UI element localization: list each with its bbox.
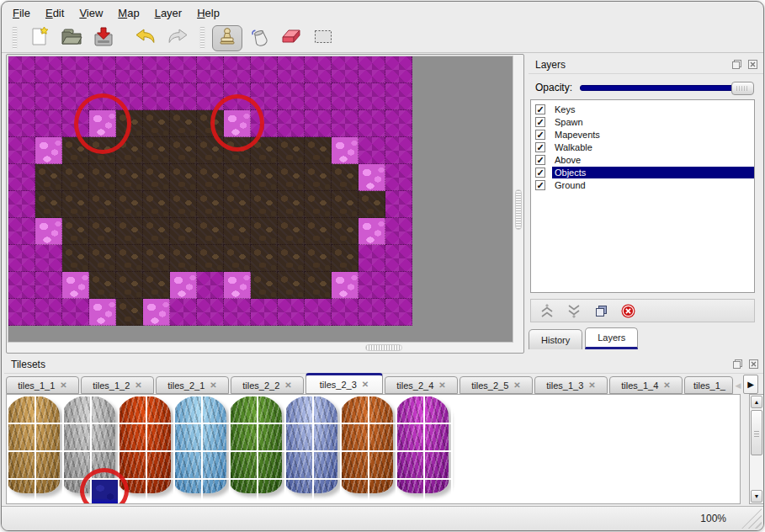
tileset-tile[interactable] bbox=[397, 480, 423, 504]
map-tile[interactable] bbox=[170, 299, 197, 326]
close-tab-icon[interactable]: ✕ bbox=[588, 380, 595, 390]
map-tile[interactable] bbox=[197, 218, 224, 245]
map-tile[interactable] bbox=[35, 218, 62, 245]
map-tile[interactable] bbox=[35, 191, 62, 218]
map-tile[interactable] bbox=[224, 191, 251, 218]
menu-file[interactable]: File bbox=[13, 7, 30, 19]
layer-row-spawn[interactable]: ✓Spawn bbox=[531, 115, 754, 128]
map-tile[interactable] bbox=[35, 299, 62, 326]
tileset-tile[interactable] bbox=[147, 452, 173, 478]
tileset-vertical-scrollbar[interactable]: ▲ ▼ bbox=[749, 394, 764, 504]
map-tile[interactable] bbox=[116, 164, 143, 191]
map-tile[interactable] bbox=[385, 299, 412, 326]
map-tile[interactable] bbox=[143, 245, 170, 272]
map-tile[interactable] bbox=[143, 110, 170, 137]
map-tile[interactable] bbox=[385, 164, 412, 191]
tileset-tab-tiles_2_5[interactable]: tiles_2_5✕ bbox=[460, 376, 533, 394]
map-tile[interactable] bbox=[278, 218, 305, 245]
map-tile[interactable] bbox=[197, 56, 224, 83]
map-tile[interactable] bbox=[35, 245, 62, 272]
tileset-tile[interactable] bbox=[120, 424, 146, 450]
map-tile[interactable] bbox=[332, 164, 359, 191]
map-tile[interactable] bbox=[224, 218, 251, 245]
map-tile[interactable] bbox=[251, 56, 278, 83]
tab-layers[interactable]: Layers bbox=[585, 327, 638, 349]
map-tile[interactable] bbox=[385, 245, 412, 272]
scroll-up-arrow-icon[interactable]: ▲ bbox=[751, 396, 762, 408]
map-canvas[interactable] bbox=[8, 56, 412, 326]
map-tile[interactable] bbox=[8, 110, 35, 137]
map-tile[interactable] bbox=[143, 83, 170, 110]
map-tile[interactable] bbox=[359, 164, 385, 191]
map-tile[interactable] bbox=[197, 245, 224, 272]
tileset-tile[interactable] bbox=[425, 424, 451, 450]
map-tile[interactable] bbox=[224, 245, 251, 272]
tileset-tile[interactable] bbox=[258, 424, 284, 450]
map-tile[interactable] bbox=[89, 299, 116, 326]
layer-visibility-checkbox[interactable]: ✓ bbox=[535, 155, 545, 165]
menu-edit[interactable]: Edit bbox=[45, 7, 64, 19]
map-tile[interactable] bbox=[143, 218, 170, 245]
map-tile[interactable] bbox=[332, 299, 359, 326]
tileset-tile[interactable] bbox=[203, 396, 229, 423]
tileset-tile[interactable] bbox=[36, 452, 62, 478]
tileset-tile[interactable] bbox=[231, 396, 257, 423]
tileset-tile[interactable] bbox=[425, 480, 451, 504]
layer-row-walkable[interactable]: ✓Walkable bbox=[531, 141, 754, 153]
close-tab-icon[interactable]: ✕ bbox=[60, 380, 66, 390]
map-tile[interactable] bbox=[62, 218, 89, 245]
map-tile[interactable] bbox=[332, 245, 359, 272]
tileset-tile[interactable] bbox=[231, 452, 257, 478]
layer-visibility-checkbox[interactable]: ✓ bbox=[535, 130, 545, 140]
tileset-tab-tiles_1_2[interactable]: tiles_1_2✕ bbox=[81, 376, 154, 394]
map-tile[interactable] bbox=[89, 272, 116, 299]
map-tile[interactable] bbox=[197, 191, 224, 218]
map-horizontal-scrollbar[interactable] bbox=[8, 343, 513, 352]
tileset-tile[interactable] bbox=[286, 424, 312, 450]
tileset-tab-tiles_1_3[interactable]: tiles_1_3✕ bbox=[534, 376, 608, 394]
tab-history[interactable]: History bbox=[529, 329, 582, 349]
close-tab-icon[interactable]: ✕ bbox=[210, 380, 216, 390]
tileset-tab-tiles_2_1[interactable]: tiles_2_1✕ bbox=[156, 376, 229, 394]
map-tile[interactable] bbox=[35, 83, 62, 110]
map-tile[interactable] bbox=[385, 218, 412, 245]
map-tile[interactable] bbox=[8, 164, 35, 191]
map-tile[interactable] bbox=[62, 272, 89, 299]
opacity-slider[interactable] bbox=[580, 85, 754, 91]
duplicate-layer-button[interactable] bbox=[592, 302, 609, 319]
map-horizontal-scroll-thumb[interactable] bbox=[365, 344, 402, 351]
map-tile[interactable] bbox=[170, 245, 197, 272]
map-tile[interactable] bbox=[8, 218, 35, 245]
tileset-tile[interactable] bbox=[64, 396, 90, 423]
close-tab-icon[interactable]: ✕ bbox=[663, 380, 670, 390]
layer-visibility-checkbox[interactable]: ✓ bbox=[535, 142, 545, 152]
move-layer-up-button[interactable] bbox=[539, 302, 555, 319]
tileset-tile[interactable] bbox=[397, 424, 423, 450]
tileset-tile[interactable] bbox=[8, 424, 35, 450]
layer-row-above[interactable]: ✓Above bbox=[531, 153, 754, 166]
open-map-button[interactable] bbox=[56, 25, 87, 51]
map-tile[interactable] bbox=[143, 164, 170, 191]
layer-visibility-checkbox[interactable]: ✓ bbox=[535, 180, 545, 190]
layer-row-objects[interactable]: ✓Objects bbox=[531, 166, 754, 178]
layer-row-mapevents[interactable]: ✓Mapevents bbox=[531, 128, 754, 141]
map-tile[interactable] bbox=[278, 272, 305, 299]
map-tile[interactable] bbox=[278, 110, 305, 137]
layer-row-ground[interactable]: ✓Ground bbox=[531, 178, 754, 191]
menu-map[interactable]: Map bbox=[118, 7, 139, 19]
opacity-slider-handle[interactable] bbox=[731, 82, 754, 95]
close-tab-icon[interactable]: ✕ bbox=[284, 380, 291, 390]
map-tile[interactable] bbox=[116, 218, 143, 245]
tileset-tile[interactable] bbox=[36, 424, 62, 450]
layer-row-keys[interactable]: ✓Keys bbox=[531, 103, 754, 115]
tileset-tile[interactable] bbox=[175, 424, 201, 450]
map-tile[interactable] bbox=[278, 299, 305, 326]
map-tile[interactable] bbox=[251, 191, 278, 218]
map-tile[interactable] bbox=[305, 56, 332, 83]
map-tile[interactable] bbox=[332, 218, 359, 245]
map-tile[interactable] bbox=[359, 56, 385, 83]
tileset-tile[interactable] bbox=[36, 396, 62, 423]
tileset-tile[interactable] bbox=[8, 396, 35, 423]
map-tile[interactable] bbox=[170, 218, 197, 245]
map-tile[interactable] bbox=[170, 272, 197, 299]
